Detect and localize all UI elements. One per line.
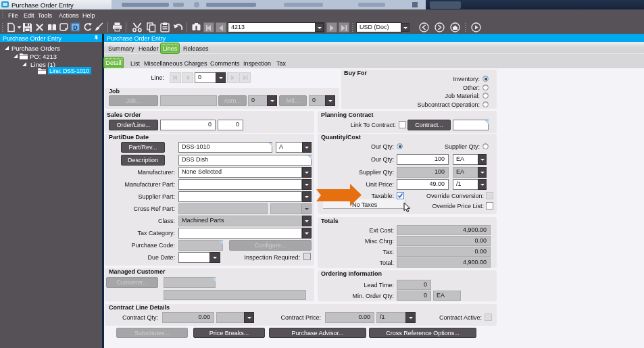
svg-text:D: D [73, 24, 78, 31]
